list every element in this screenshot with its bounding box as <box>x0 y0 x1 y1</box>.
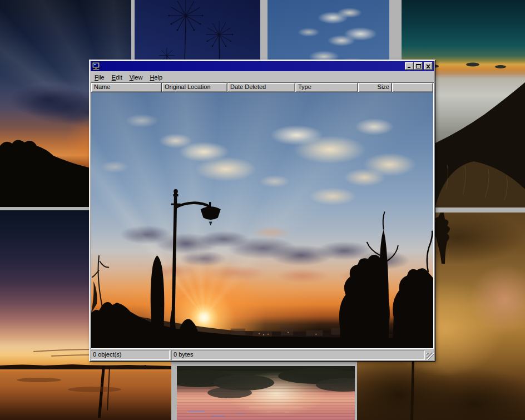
menu-bar: FileEditViewHelp <box>91 72 434 82</box>
menu-item-help[interactable]: Help <box>146 73 166 82</box>
menu-item-view[interactable]: View <box>126 73 147 82</box>
status-pane-bytes: 0 bytes <box>171 350 425 360</box>
column-header-type[interactable]: Type <box>295 83 358 92</box>
column-header-filler <box>392 83 433 92</box>
minimize-icon <box>407 64 412 68</box>
resize-grip[interactable] <box>427 353 434 360</box>
maximize-button[interactable] <box>414 62 423 70</box>
list-view[interactable]: NameOriginal LocationDate DeletedTypeSiz… <box>91 82 434 349</box>
minimize-button[interactable] <box>405 62 414 70</box>
column-header-size[interactable]: Size <box>358 83 392 92</box>
menu-item-edit[interactable]: Edit <box>108 73 126 82</box>
recycle-window: FileEditViewHelp NameOriginal LocationDa… <box>89 60 435 362</box>
maximize-icon <box>416 64 421 68</box>
wallpaper-water-reflections-photo <box>177 366 355 420</box>
status-bar: 0 object(s)0 bytes <box>91 350 434 360</box>
computer-icon <box>92 62 101 71</box>
reflection-silhouette <box>177 366 355 420</box>
folder-background-photo <box>91 92 433 348</box>
column-header-date-deleted[interactable]: Date Deleted <box>227 83 295 92</box>
column-header-row: NameOriginal LocationDate DeletedTypeSiz… <box>91 83 433 92</box>
close-icon <box>426 65 430 68</box>
foreground-silhouettes <box>91 92 433 348</box>
column-header-name[interactable]: Name <box>91 83 162 92</box>
column-header-original-location[interactable]: Original Location <box>162 83 227 92</box>
status-pane-objects: 0 object(s) <box>91 350 170 360</box>
status-panes: 0 object(s)0 bytes <box>91 350 425 360</box>
close-button[interactable] <box>424 62 433 70</box>
menu-item-file[interactable]: File <box>91 73 108 82</box>
title-bar[interactable] <box>91 61 434 71</box>
